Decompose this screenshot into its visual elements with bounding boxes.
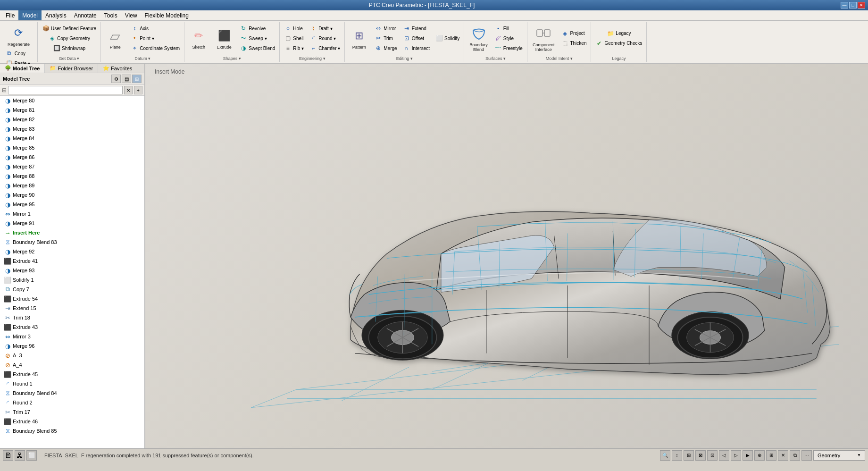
minimize-btn[interactable]: — xyxy=(841,2,848,8)
tree-item[interactable]: ⬜ Solidify 1 xyxy=(0,275,144,285)
tree-filter-input[interactable] xyxy=(8,86,123,94)
style-btn[interactable]: 🖊Style xyxy=(492,34,525,43)
filter-expand-btn[interactable]: + xyxy=(134,86,142,94)
sr-icon-12[interactable]: ⧉ xyxy=(790,450,800,461)
sweep-btn[interactable]: 〜Sweep ▾ xyxy=(237,34,277,43)
coord-system-btn[interactable]: ⌖Coordinate System xyxy=(128,43,182,53)
menu-item-view[interactable]: View xyxy=(121,10,141,20)
offset-btn[interactable]: ⊡Offset xyxy=(401,34,432,43)
tree-more-btn[interactable]: ⊞ xyxy=(132,75,142,83)
tree-item[interactable]: ◑ Merge 90 xyxy=(0,190,144,200)
sr-icon-11[interactable]: ✕ xyxy=(778,450,788,461)
round-btn[interactable]: ◜Round ▾ xyxy=(307,34,342,43)
tree-item[interactable]: ◑ Merge 87 xyxy=(0,162,144,171)
sr-icon-3[interactable]: ⊞ xyxy=(684,450,694,461)
tree-item[interactable]: ⊘ A_3 xyxy=(0,351,144,360)
tree-item[interactable]: ◑ Merge 80 xyxy=(0,96,144,105)
tree-item[interactable]: ◑ Merge 83 xyxy=(0,124,144,134)
sr-icon-5[interactable]: ⊡ xyxy=(707,450,718,461)
sr-icon-1[interactable]: 🔍 xyxy=(660,450,670,461)
swept-blend-btn[interactable]: ◑Swept Blend xyxy=(237,43,277,53)
tree-item[interactable]: ⧖ Boundary Blend 83 xyxy=(0,237,144,247)
tree-item[interactable]: ✂ Trim 17 xyxy=(0,407,144,417)
menu-item-tools[interactable]: Tools xyxy=(100,10,121,20)
tree-item[interactable]: → Insert Here xyxy=(0,228,144,237)
tree-item[interactable]: ⧖ Boundary Blend 85 xyxy=(0,426,144,436)
tree-item[interactable]: ◑ Merge 96 xyxy=(0,341,144,351)
shrinkwrap-btn[interactable]: 🔲Shrinkwrap xyxy=(50,43,88,53)
tree-item[interactable]: ⧉ Copy 7 xyxy=(0,285,144,294)
axis-btn[interactable]: ↕Axis xyxy=(128,24,182,33)
tree-item[interactable]: ◑ Merge 84 xyxy=(0,134,144,143)
tree-item[interactable]: ⧖ Boundary Blend 84 xyxy=(0,388,144,398)
shell-btn[interactable]: ▢Shell xyxy=(282,34,306,43)
menu-item-file[interactable]: File xyxy=(2,10,18,20)
tree-item[interactable]: ◜ Round 2 xyxy=(0,398,144,407)
boundary-blend-btn[interactable]: BoundaryBlend xyxy=(466,23,491,54)
sr-icon-13[interactable]: ⋯ xyxy=(801,450,812,461)
rib-btn[interactable]: ≡Rib ▾ xyxy=(282,43,306,53)
tree-item[interactable]: ⬛ Extrude 46 xyxy=(0,417,144,426)
tree-item[interactable]: ◑ Merge 91 xyxy=(0,219,144,228)
geometry-checks-btn[interactable]: ✔Geometry Checks xyxy=(593,39,644,48)
user-defined-feature-btn[interactable]: 📦User-Defined Feature xyxy=(40,24,99,33)
fill-btn[interactable]: ▪Fill xyxy=(492,24,525,33)
sr-icon-7[interactable]: ▷ xyxy=(731,450,741,461)
component-interface-btn[interactable]: ComponentInterface xyxy=(529,23,558,54)
tree-item[interactable]: ◑ Merge 82 xyxy=(0,115,144,124)
project-btn[interactable]: ◈Project xyxy=(559,29,589,38)
sr-icon-9[interactable]: ⊕ xyxy=(754,450,765,461)
viewport[interactable]: Insert Mode xyxy=(145,64,868,448)
regenerate-btn[interactable]: ⟳ Regenerate xyxy=(3,23,34,48)
menu-item-analysis[interactable]: Analysis xyxy=(42,10,70,20)
maximize-btn[interactable]: □ xyxy=(849,2,857,8)
trim-btn[interactable]: ✂Trim xyxy=(372,34,399,43)
tree-item[interactable]: ⬛ Extrude 43 xyxy=(0,322,144,332)
extrude-btn[interactable]: ⬛ Extrude xyxy=(212,25,236,51)
tree-item[interactable]: ⬛ Extrude 41 xyxy=(0,256,144,266)
tree-item[interactable]: ◑ Merge 85 xyxy=(0,143,144,152)
tree-item[interactable]: ⬛ Extrude 54 xyxy=(0,294,144,303)
tree-columns-btn[interactable]: ▤ xyxy=(122,75,131,83)
tree-item[interactable]: ◑ Merge 86 xyxy=(0,152,144,162)
freestyle-btn[interactable]: 〰Freestyle xyxy=(492,43,525,53)
tree-item[interactable]: ⊘ A_4 xyxy=(0,360,144,370)
chamfer-btn[interactable]: ⌐Chamfer ▾ xyxy=(307,43,342,53)
menu-item-flexible-modeling[interactable]: Flexible Modeling xyxy=(141,10,192,20)
mirror-btn[interactable]: ⇔Mirror xyxy=(372,24,399,33)
tree-item[interactable]: ◑ Merge 93 xyxy=(0,266,144,275)
tree-item[interactable]: ⇔ Mirror 1 xyxy=(0,209,144,219)
tree-item[interactable]: ⇥ Extend 15 xyxy=(0,303,144,313)
extend-btn[interactable]: ⇥Extend xyxy=(401,24,432,33)
tree-settings-btn[interactable]: ⚙ xyxy=(111,75,121,83)
intersect-btn[interactable]: ∩Intersect xyxy=(401,43,432,53)
draft-btn[interactable]: ⌇Draft ▾ xyxy=(307,24,342,33)
status-icon-model[interactable]: ⬜ xyxy=(26,450,37,461)
merge-btn[interactable]: ⊕Merge xyxy=(372,43,399,53)
menu-item-model[interactable]: Model xyxy=(18,10,42,20)
sr-icon-8[interactable]: ▶ xyxy=(743,450,753,461)
copy-btn[interactable]: ⧉Copy xyxy=(3,49,34,58)
thicken-btn[interactable]: ⬚Thicken xyxy=(559,39,589,48)
tree-item[interactable]: ◑ Merge 81 xyxy=(0,105,144,115)
revolve-btn[interactable]: ↻Revolve xyxy=(237,24,277,33)
status-icon-network[interactable]: 🖧 xyxy=(15,450,25,461)
filter-close-btn[interactable]: ✕ xyxy=(124,86,133,94)
plane-btn[interactable]: ▱ Plane xyxy=(103,25,127,51)
tree-item[interactable]: ◑ Merge 88 xyxy=(0,171,144,181)
pattern-btn[interactable]: ⊞ Pattern xyxy=(347,25,371,51)
copy-geometry-btn[interactable]: ◈Copy Geometry xyxy=(46,34,92,43)
sr-icon-4[interactable]: ⊠ xyxy=(695,450,706,461)
tree-item[interactable]: ⬛ Extrude 45 xyxy=(0,370,144,379)
tree-item[interactable]: ✂ Trim 18 xyxy=(0,313,144,322)
hole-btn[interactable]: ○Hole xyxy=(282,24,306,33)
tree-content[interactable]: ◑ Merge 80 ◑ Merge 81 ◑ Merge 82 ◑ Merge… xyxy=(0,96,144,448)
tree-item[interactable]: ⇔ Mirror 3 xyxy=(0,332,144,341)
sr-icon-10[interactable]: ⊞ xyxy=(766,450,776,461)
legacy-btn[interactable]: 📁Legacy xyxy=(604,29,633,38)
point-btn[interactable]: •Point ▾ xyxy=(128,34,182,43)
tree-item[interactable]: ◑ Merge 92 xyxy=(0,247,144,256)
window-controls[interactable]: — □ ✕ xyxy=(841,2,865,8)
geometry-dropdown[interactable]: Geometry ▼ xyxy=(813,450,865,461)
menu-item-annotate[interactable]: Annotate xyxy=(70,10,100,20)
